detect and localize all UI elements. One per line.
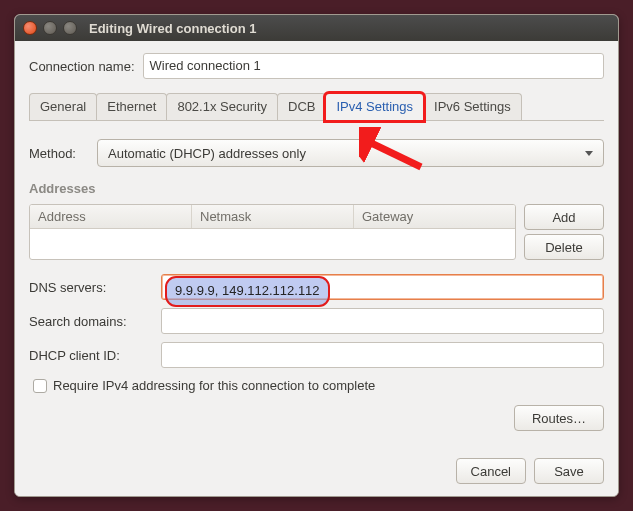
col-netmask[interactable]: Netmask [192,205,354,228]
add-button[interactable]: Add [524,204,604,230]
dhcp-client-label: DHCP client ID: [29,348,153,363]
method-label: Method: [29,146,89,161]
dialog-content: Connection name: Wired connection 1 Gene… [15,41,618,450]
method-combobox[interactable]: Automatic (DHCP) addresses only [97,139,604,167]
require-ipv4-label: Require IPv4 addressing for this connect… [53,378,375,393]
dhcp-client-input[interactable] [161,342,604,368]
dhcp-client-row: DHCP client ID: [29,342,604,368]
addresses-row: Address Netmask Gateway Add Delete [29,204,604,260]
tab-ipv4-settings[interactable]: IPv4 Settings [325,93,424,121]
search-domains-label: Search domains: [29,314,153,329]
titlebar[interactable]: Editing Wired connection 1 [15,15,618,41]
dialog-footer: Cancel Save [15,450,618,496]
minimize-icon[interactable] [43,21,57,35]
dialog-window: Editing Wired connection 1 Connection na… [14,14,619,497]
dns-row: DNS servers: 9.9.9.9, 149.112.112.112 [29,274,604,300]
chevron-down-icon [585,151,593,156]
window-title: Editing Wired connection 1 [89,21,256,36]
cancel-button[interactable]: Cancel [456,458,526,484]
dns-value-annotation: 9.9.9.9, 149.112.112.112 [165,276,330,307]
col-gateway[interactable]: Gateway [354,205,515,228]
method-row: Method: Automatic (DHCP) addresses only [29,139,604,167]
tab-ipv6-settings[interactable]: IPv6 Settings [423,93,522,120]
dns-servers-input[interactable]: 9.9.9.9, 149.112.112.112 [161,274,604,300]
connection-name-input[interactable]: Wired connection 1 [143,53,604,79]
method-value: Automatic (DHCP) addresses only [108,146,306,161]
require-ipv4-checkbox[interactable] [33,379,47,393]
search-domains-row: Search domains: [29,308,604,334]
addresses-table[interactable]: Address Netmask Gateway [29,204,516,260]
maximize-icon[interactable] [63,21,77,35]
routes-button[interactable]: Routes… [514,405,604,431]
addresses-buttons: Add Delete [524,204,604,260]
connection-name-row: Connection name: Wired connection 1 [29,53,604,79]
dns-label: DNS servers: [29,280,153,295]
save-button[interactable]: Save [534,458,604,484]
delete-button[interactable]: Delete [524,234,604,260]
addresses-section-label: Addresses [29,181,604,196]
tab-dcb[interactable]: DCB [277,93,326,120]
routes-row: Routes… [29,405,604,431]
addresses-header: Address Netmask Gateway [30,205,515,229]
search-domains-input[interactable] [161,308,604,334]
col-address[interactable]: Address [30,205,192,228]
tab-ethernet[interactable]: Ethernet [96,93,167,120]
close-icon[interactable] [23,21,37,35]
tab-general[interactable]: General [29,93,97,120]
require-ipv4-row[interactable]: Require IPv4 addressing for this connect… [33,378,604,393]
tab-8021x-security[interactable]: 802.1x Security [166,93,278,120]
tab-bar: General Ethernet 802.1x Security DCB IPv… [29,93,604,121]
connection-name-label: Connection name: [29,59,135,74]
